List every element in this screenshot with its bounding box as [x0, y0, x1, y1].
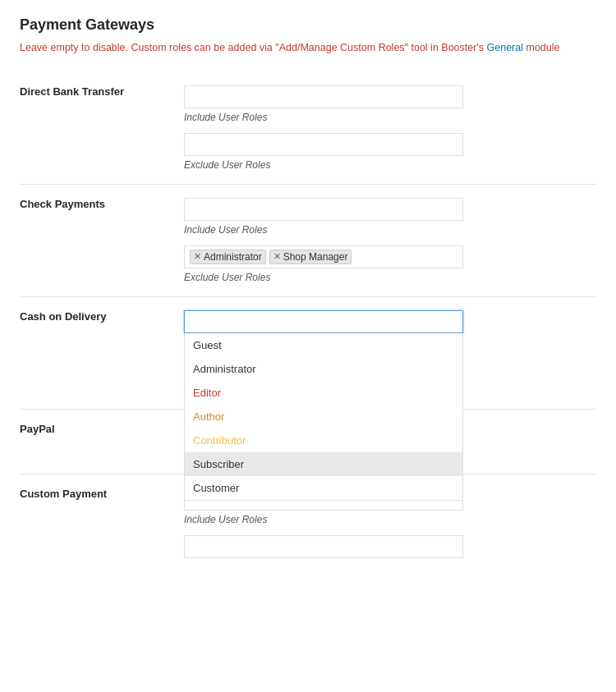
include-roles-label-custom: Include User Roles: [184, 514, 596, 525]
exclude-roles-tags-cp[interactable]: ✕ Administrator ✕ Shop Manager: [184, 245, 463, 268]
label-check-payments: Check Payments: [20, 184, 184, 296]
tag-remove-shop-manager[interactable]: ✕: [274, 251, 281, 262]
row-direct-bank-transfer: Direct Bank Transfer Include User Roles …: [20, 72, 596, 185]
exclude-roles-group-custom: [184, 535, 596, 558]
row-cash-on-delivery: Cash on Delivery Guest Administrator Edi…: [20, 296, 596, 409]
exclude-roles-group-dbt: Exclude User Roles: [184, 133, 596, 171]
exclude-roles-input-dbt[interactable]: [184, 133, 463, 156]
exclude-roles-label-cp: Exclude User Roles: [184, 272, 596, 283]
row-check-payments: Check Payments Include User Roles ✕ Admi…: [20, 184, 596, 296]
tag-shop-manager: ✕ Shop Manager: [269, 250, 352, 264]
tag-administrator: ✕ Administrator: [190, 250, 266, 264]
dropdown-item-author[interactable]: Author: [185, 405, 462, 428]
fields-direct-bank-transfer: Include User Roles Exclude User Roles: [184, 72, 596, 185]
general-link[interactable]: General: [487, 42, 523, 53]
exclude-roles-group-cp: ✕ Administrator ✕ Shop Manager Exclude U…: [184, 245, 596, 283]
include-roles-input-cod[interactable]: [184, 310, 463, 333]
exclude-roles-input-custom[interactable]: [184, 535, 463, 558]
fields-cash-on-delivery: Guest Administrator Editor Author Contri…: [184, 296, 596, 409]
label-cash-on-delivery: Cash on Delivery: [20, 296, 184, 409]
label-paypal: PayPal: [20, 409, 184, 474]
exclude-roles-label-dbt: Exclude User Roles: [184, 159, 596, 171]
include-roles-label-cp: Include User Roles: [184, 224, 596, 236]
page-title: Payment Gateways: [20, 16, 596, 34]
include-roles-dropdown-cod: Guest Administrator Editor Author Contri…: [184, 310, 463, 333]
include-roles-input-dbt[interactable]: [184, 85, 463, 108]
label-custom-payment: Custom Payment: [20, 474, 184, 571]
dropdown-item-guest[interactable]: Guest: [185, 333, 462, 357]
dropdown-item-customer[interactable]: Customer: [185, 476, 462, 500]
include-roles-group-cp: Include User Roles: [184, 198, 596, 236]
tag-remove-administrator[interactable]: ✕: [194, 251, 201, 262]
settings-table: Direct Bank Transfer Include User Roles …: [20, 72, 596, 571]
dropdown-item-subscriber[interactable]: Subscriber: [185, 452, 462, 476]
fields-check-payments: Include User Roles ✕ Administrator ✕ Sho…: [184, 184, 596, 296]
include-roles-group-cod: Guest Administrator Editor Author Contri…: [184, 310, 596, 348]
page-container: Payment Gateways Leave empty to disable.…: [0, 0, 616, 692]
dropdown-item-editor[interactable]: Editor: [185, 381, 462, 405]
include-roles-label-dbt: Include User Roles: [184, 112, 596, 123]
dropdown-item-contributor[interactable]: Contributor: [185, 428, 462, 452]
label-direct-bank-transfer: Direct Bank Transfer: [20, 72, 184, 185]
dropdown-item-administrator[interactable]: Administrator: [185, 357, 462, 381]
dropdown-list-cod: Guest Administrator Editor Author Contri…: [184, 333, 463, 501]
notice-text: Leave empty to disable. Custom roles can…: [20, 40, 596, 56]
include-roles-group-dbt: Include User Roles: [184, 85, 596, 123]
include-roles-input-cp[interactable]: [184, 198, 463, 221]
